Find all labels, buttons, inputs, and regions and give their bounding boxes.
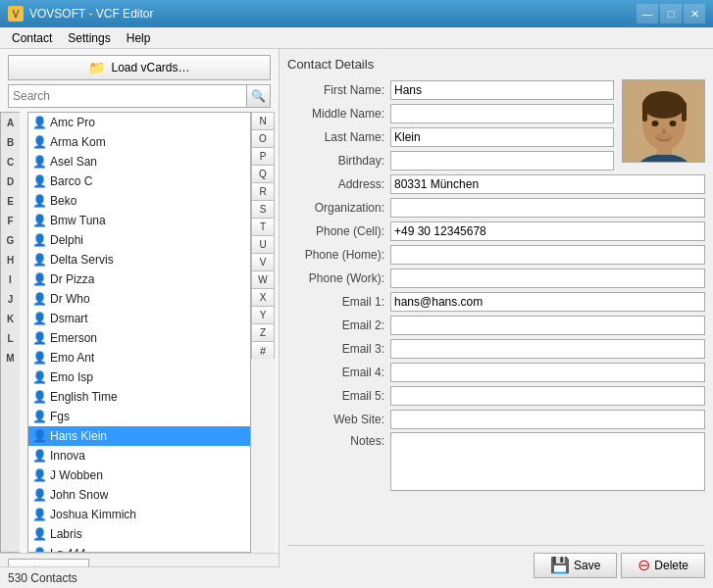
phone-work-input[interactable] xyxy=(390,269,705,288)
details-area: First Name: Middle Name: Last Name: Birt… xyxy=(287,79,705,541)
alpha-label-a[interactable]: A xyxy=(1,113,20,132)
alpha-label-c[interactable]: C xyxy=(1,152,20,172)
alpha-o[interactable]: O xyxy=(251,129,275,147)
alpha-p[interactable]: P xyxy=(251,147,275,165)
alpha-y[interactable]: Y xyxy=(251,306,275,323)
alpha-label-b[interactable]: B xyxy=(1,132,20,152)
search-button[interactable]: 🔍 xyxy=(246,85,270,107)
contact-row[interactable]: 👤Dr Who xyxy=(28,289,250,309)
alpha-label-j[interactable]: J xyxy=(1,289,20,309)
save-label: Save xyxy=(574,559,600,572)
first-name-input[interactable] xyxy=(390,80,614,100)
birthday-input[interactable] xyxy=(390,151,614,171)
email5-input[interactable] xyxy=(390,386,705,406)
address-input[interactable] xyxy=(390,174,705,194)
person-icon: 👤 xyxy=(32,429,46,443)
close-button[interactable]: ✕ xyxy=(684,4,705,24)
alpha-q[interactable]: Q xyxy=(251,165,275,182)
alpha-t[interactable]: T xyxy=(251,218,275,235)
email4-row: Email 4: xyxy=(287,362,705,383)
notes-textarea[interactable] xyxy=(390,432,705,491)
contact-row[interactable]: 👤Emerson xyxy=(28,328,250,348)
contact-name: Dr Pizza xyxy=(50,272,94,286)
delete-button[interactable]: ⊖ Delete xyxy=(621,553,705,578)
person-icon: 👤 xyxy=(32,488,46,502)
contact-row[interactable]: 👤Beko xyxy=(28,191,250,211)
contact-row[interactable]: 👤Asel San xyxy=(28,152,250,172)
alpha-w[interactable]: W xyxy=(251,270,275,288)
contact-row[interactable]: 👤Hans Klein xyxy=(28,426,250,446)
person-icon: 👤 xyxy=(32,351,46,365)
contact-name: Emerson xyxy=(50,331,97,345)
contact-row[interactable]: 👤Labris xyxy=(28,524,250,544)
alpha-x[interactable]: X xyxy=(251,288,275,306)
contact-name: Labris xyxy=(50,527,82,541)
alpha-label-h[interactable]: H xyxy=(1,250,20,270)
contact-row[interactable]: 👤Bmw Tuna xyxy=(28,211,250,230)
contact-row[interactable]: 👤Barco C xyxy=(28,172,250,191)
minimize-button[interactable]: — xyxy=(637,4,658,24)
contact-row[interactable]: 👤Emo Isp xyxy=(28,368,250,387)
middle-name-label: Middle Name: xyxy=(287,107,390,121)
contact-row[interactable]: 👤Emo Ant xyxy=(28,348,250,368)
contact-row[interactable]: 👤Fgs xyxy=(28,407,250,426)
email4-input[interactable] xyxy=(390,363,705,382)
alpha-label-f[interactable]: F xyxy=(1,211,20,230)
alpha-z[interactable]: Z xyxy=(251,323,275,341)
contact-row[interactable]: 👤Innova xyxy=(28,446,250,466)
contact-name: Delta Servis xyxy=(50,253,114,267)
contact-row[interactable]: 👤Arma Kom xyxy=(28,132,250,152)
phone-cell-input[interactable] xyxy=(390,221,705,241)
contact-row[interactable]: 👤J Wobben xyxy=(28,466,250,485)
maximize-button[interactable]: □ xyxy=(660,4,682,24)
alpha-v[interactable]: V xyxy=(251,253,275,270)
website-input[interactable] xyxy=(390,410,705,429)
alpha-s[interactable]: S xyxy=(251,200,275,218)
last-name-input[interactable] xyxy=(390,127,614,147)
email2-input[interactable] xyxy=(390,316,705,335)
delete-label: Delete xyxy=(654,559,688,572)
contact-name: Asel San xyxy=(50,155,97,169)
fields-left: First Name: Middle Name: Last Name: Birt… xyxy=(287,79,614,173)
alpha-label-k[interactable]: K xyxy=(1,309,20,328)
contact-row[interactable]: 👤Delta Servis xyxy=(28,250,250,270)
contact-row[interactable]: 👤John Snow xyxy=(28,485,250,505)
contact-row[interactable]: 👤Lg 444 xyxy=(28,544,250,553)
menu-help[interactable]: Help xyxy=(119,29,159,47)
alpha-label-l[interactable]: L xyxy=(1,328,20,348)
alpha-label-i[interactable]: I xyxy=(1,270,20,289)
person-icon: 👤 xyxy=(32,331,46,345)
alpha-hash[interactable]: # xyxy=(251,341,275,359)
alpha-label-d[interactable]: D xyxy=(1,172,20,191)
email1-input[interactable] xyxy=(390,292,705,312)
organization-input[interactable] xyxy=(390,198,705,218)
contact-row[interactable]: 👤Joshua Kimmich xyxy=(28,505,250,524)
contact-row[interactable]: 👤English Time xyxy=(28,387,250,407)
phone-home-input[interactable] xyxy=(390,245,705,265)
load-vcards-label: Load vCards… xyxy=(111,61,189,74)
save-icon: 💾 xyxy=(550,556,570,574)
menu-contact[interactable]: Contact xyxy=(4,29,60,47)
alpha-n[interactable]: N xyxy=(251,112,275,129)
contact-name: Emo Isp xyxy=(50,370,93,384)
svg-point-10 xyxy=(654,132,674,142)
alpha-label-m[interactable]: M xyxy=(1,348,20,368)
search-input[interactable] xyxy=(9,89,246,103)
contact-row[interactable]: 👤Dr Pizza xyxy=(28,270,250,289)
contact-row[interactable]: 👤Delphi xyxy=(28,230,250,250)
menu-settings[interactable]: Settings xyxy=(60,29,118,47)
alpha-r[interactable]: R xyxy=(251,182,275,200)
alpha-u[interactable]: U xyxy=(251,235,275,253)
contact-name: Barco C xyxy=(50,174,92,188)
middle-name-input[interactable] xyxy=(390,104,614,123)
contact-row[interactable]: 👤Dsmart xyxy=(28,309,250,328)
email3-input[interactable] xyxy=(390,339,705,359)
alpha-label-e[interactable]: E xyxy=(1,191,20,211)
email1-label: Email 1: xyxy=(287,295,390,309)
load-vcards-button[interactable]: 📁 Load vCards… xyxy=(8,55,271,80)
save-button[interactable]: 💾 Save xyxy=(534,553,617,578)
svg-rect-5 xyxy=(642,102,647,122)
right-bottom-bar: 💾 Save ⊖ Delete xyxy=(287,545,705,580)
alpha-label-g[interactable]: G xyxy=(1,230,20,250)
contact-row[interactable]: 👤Amc Pro xyxy=(28,113,250,132)
